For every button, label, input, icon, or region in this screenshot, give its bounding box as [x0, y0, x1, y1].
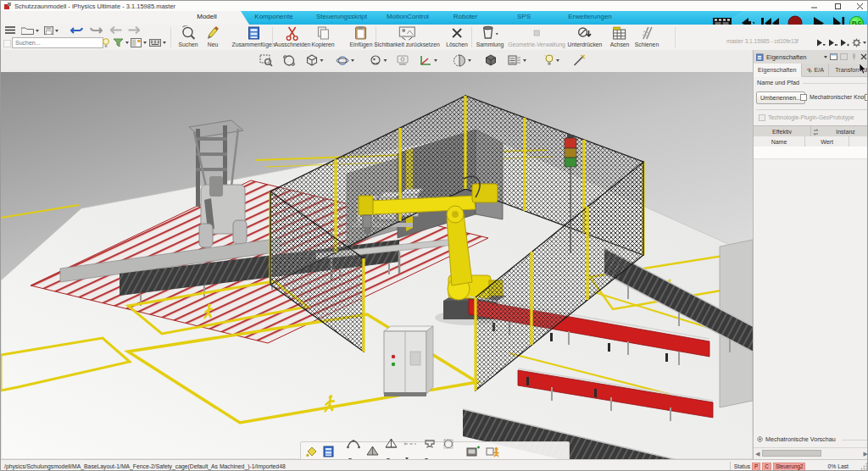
status-badge-c[interactable]: C — [762, 463, 771, 471]
nav-back-icon[interactable] — [110, 26, 122, 34]
grid-swap-icon[interactable] — [813, 129, 820, 136]
shaded-view-icon[interactable] — [485, 54, 498, 67]
grid-empty-row[interactable] — [754, 147, 868, 159]
mechatronic-checkbox[interactable] — [800, 94, 807, 101]
clamp-tool-icon[interactable] — [423, 438, 437, 459]
rename-button[interactable]: Umbenennen... — [756, 91, 805, 104]
ribbon-zusammenfuegen-button[interactable]: Zusammenfügen — [231, 25, 275, 47]
grid-col-wert[interactable]: Wert — [805, 136, 849, 147]
open-file-icon[interactable] — [21, 26, 39, 35]
scroll-right-icon[interactable]: ▶ — [864, 451, 868, 457]
maximize-button[interactable] — [831, 2, 844, 10]
menu-icon[interactable] — [5, 26, 15, 34]
avatar-person-icon[interactable] — [486, 446, 500, 457]
ribbon-einfuegen-button[interactable]: Einfügen — [350, 25, 373, 47]
tab-modell[interactable]: Modell — [197, 13, 217, 20]
measure-snap-icon[interactable] — [573, 54, 586, 67]
layout-icon[interactable] — [131, 38, 147, 47]
display-mode-icon[interactable] — [508, 54, 526, 66]
tab-eigenschaften[interactable]: Eigenschaften — [754, 64, 802, 77]
resize-grip[interactable] — [860, 463, 868, 470]
ribbon-neu-button[interactable]: Neu — [205, 25, 220, 47]
technology-checkbox[interactable] — [759, 114, 765, 121]
ribbon-ausschneiden-button[interactable]: Ausschneiden — [275, 25, 311, 47]
play-option-icon-2[interactable] — [828, 39, 837, 47]
tab-erweiterungen[interactable]: Erweiterungen — [568, 13, 612, 20]
search-scope-checkbox[interactable] — [3, 40, 11, 47]
section-rule — [803, 83, 866, 84]
wireframe-body-icon[interactable] — [385, 438, 398, 459]
play-option-icon-3[interactable] — [840, 39, 849, 47]
control-cabinet[interactable] — [384, 326, 433, 396]
io-icon — [806, 67, 813, 74]
component-library-icon[interactable] — [323, 446, 334, 457]
ribbon-schienen-button[interactable]: Schienen — [635, 25, 659, 47]
save-icon[interactable] — [44, 26, 58, 35]
minimize-button[interactable] — [807, 2, 821, 10]
pin-panel-icon[interactable] — [850, 53, 858, 60]
scrollbar-thumb[interactable] — [762, 450, 821, 457]
status-badge-controller[interactable]: Steuerung2 — [773, 463, 806, 471]
ribbon-kopieren-button[interactable]: Kopieren — [311, 25, 334, 47]
ribbon-sichtbarkeit-button[interactable]: Sichtbarkeit zurücksetzen — [374, 25, 439, 47]
zoom-extents-icon[interactable] — [282, 54, 296, 67]
ribbon-loeschen-button[interactable]: Löschen — [446, 25, 468, 47]
scene-3d[interactable] — [1, 72, 753, 459]
camera-walk-icon[interactable] — [370, 54, 387, 67]
status-badge-p[interactable]: P — [752, 463, 760, 471]
ribbon-sammlung-button[interactable]: Sammlung — [476, 25, 504, 47]
spline-icon[interactable] — [347, 438, 360, 459]
expand-diamond-icon[interactable] — [757, 436, 763, 442]
play-option-icon-1[interactable] — [816, 39, 826, 47]
status-label: Status — [734, 463, 750, 469]
path-tool-icon[interactable] — [403, 440, 417, 460]
clipping-plane-icon[interactable] — [453, 54, 471, 67]
auto-camera-icon[interactable] — [397, 54, 409, 66]
close-panel-icon[interactable] — [860, 53, 867, 60]
ribbon-unterdruecken-button[interactable]: Unterdrücken — [568, 25, 603, 47]
tab-roboter[interactable]: Roboter — [453, 13, 477, 20]
ribbon-suchen-button[interactable]: Suchen — [178, 25, 198, 47]
ribbon: Suchen Neu Zusammenfügen Ausschneiden Ko… — [1, 25, 868, 51]
window-title: Schutzzaunmodell - iPhysics Ultimate - 3… — [14, 3, 175, 10]
tab-sps[interactable]: SPS — [517, 13, 531, 20]
mouse-cursor — [859, 64, 867, 75]
tab-motioncontrol[interactable]: MotionControl — [387, 13, 429, 20]
keyboard-icon[interactable] — [149, 39, 166, 47]
tab-steuerungsskript[interactable]: Steuerungsskript — [316, 13, 367, 20]
viewport-3d[interactable] — [1, 72, 753, 459]
filter-icon[interactable] — [113, 38, 129, 47]
grid-col-name[interactable]: Name — [754, 136, 805, 147]
undo-icon[interactable] — [70, 25, 84, 35]
zoom-window-icon[interactable] — [259, 54, 273, 67]
highlight-bulb-icon[interactable] — [103, 38, 109, 48]
detect-collision-icon[interactable] — [442, 438, 455, 460]
orbit-view-icon[interactable] — [336, 54, 354, 67]
coordinate-axes-icon[interactable] — [419, 54, 437, 67]
ribbon-achsen-button[interactable]: Achsen — [610, 25, 630, 47]
ribbon-geometrie-verwaltung-button[interactable]: Geometrie-Verwaltung — [508, 25, 565, 47]
view-cube-icon[interactable] — [306, 54, 324, 67]
tab-ea[interactable]: E/A — [802, 64, 830, 76]
secondary-checkbox[interactable] — [865, 94, 868, 101]
panel-menu-caret-icon[interactable] — [824, 56, 827, 58]
redo-icon[interactable] — [89, 25, 103, 35]
panel-scrollbar[interactable]: ◀ ▶ — [754, 447, 868, 458]
close-button[interactable] — [853, 2, 866, 10]
scroll-left-icon[interactable]: ◀ — [755, 451, 760, 457]
section-name-path: Name und Pfad — [757, 79, 799, 86]
search-input[interactable] — [12, 37, 103, 48]
paint-bucket-icon[interactable] — [305, 446, 317, 457]
dock-panel-icon[interactable] — [840, 53, 848, 60]
ribbon-divider — [675, 27, 676, 47]
selection-path[interactable]: /physics/Schulungsmodell/MA_BaseLayout-1… — [4, 463, 286, 469]
settings-gear-icon[interactable] — [852, 38, 866, 47]
solid-body-icon[interactable] — [366, 446, 379, 457]
screenshot-icon[interactable] — [466, 446, 480, 457]
tab-komponente[interactable]: Komponente — [254, 13, 292, 20]
nav-forward-icon[interactable] — [128, 26, 140, 34]
float-panel-icon[interactable] — [830, 53, 837, 60]
properties-panel-header[interactable]: Eigenschaften — [754, 50, 868, 64]
light-icon[interactable] — [544, 54, 559, 66]
preview-section[interactable]: Mechatronische Vorschau — [757, 435, 836, 443]
